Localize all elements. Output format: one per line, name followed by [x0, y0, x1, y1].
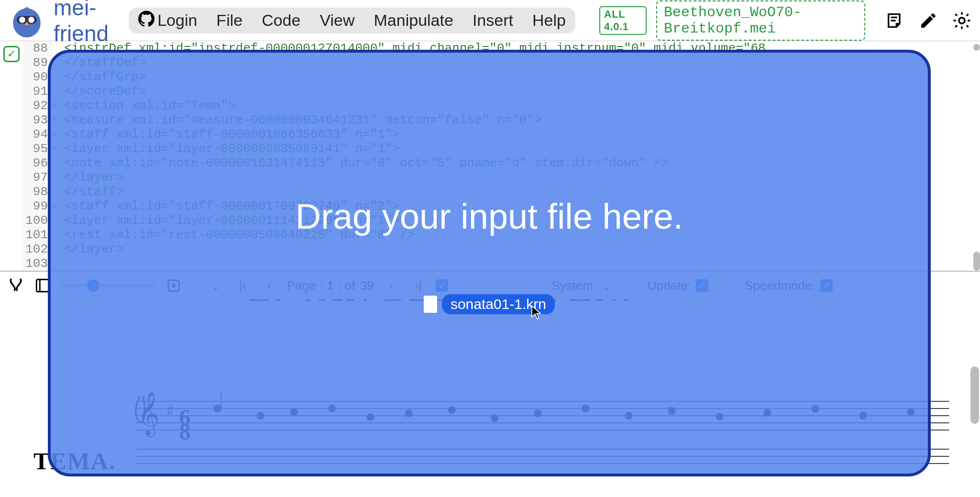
app-title: mei-friend — [54, 0, 119, 46]
drop-zone-text: Drag your input file here. — [296, 196, 683, 237]
app-logo[interactable]: mei-friend — [8, 0, 119, 46]
line-number: 92 — [23, 99, 48, 113]
line-number: 102 — [23, 242, 48, 256]
editor-scrollbar[interactable] — [973, 252, 980, 271]
owl-logo-icon — [8, 1, 46, 40]
svg-point-5 — [959, 17, 965, 23]
line-number: 98 — [23, 185, 48, 199]
line-number: 97 — [23, 170, 48, 185]
header-icon-group — [884, 10, 972, 31]
line-number: 94 — [23, 127, 48, 142]
editor-gutter: ✓ — [0, 41, 23, 271]
drop-zone-overlay[interactable]: Drag your input file here. sonata01-1.kr… — [48, 50, 931, 476]
validation-ok-icon[interactable]: ✓ — [3, 46, 20, 62]
menu-insert[interactable]: Insert — [473, 11, 513, 30]
line-number: 89 — [23, 55, 48, 70]
menu-file[interactable]: File — [216, 11, 242, 30]
menu-login-label: Login — [157, 11, 197, 30]
edit-pencil-icon[interactable] — [918, 10, 939, 31]
notation-scrollbar[interactable] — [970, 366, 979, 424]
svg-point-2 — [19, 17, 25, 23]
svg-rect-6 — [36, 279, 49, 292]
line-number: 88 — [23, 41, 48, 55]
settings-gear-icon[interactable] — [951, 10, 972, 31]
filename-badge[interactable]: Beethoven_WoO70-Breitkopf.mei — [656, 0, 865, 41]
line-number: 100 — [23, 213, 48, 228]
editor-scroll-marker[interactable] — [973, 44, 980, 51]
line-number: 99 — [23, 199, 48, 213]
annotations-icon[interactable] — [884, 10, 905, 31]
menu-view[interactable]: View — [319, 11, 354, 30]
menu-manipulate[interactable]: Manipulate — [374, 11, 453, 30]
line-number: 96 — [23, 156, 48, 170]
menu-code[interactable]: Code — [262, 11, 300, 30]
menu-login[interactable]: Login — [138, 11, 197, 31]
svg-point-3 — [28, 17, 34, 23]
line-number: 103 — [23, 256, 48, 271]
menubar: Login File Code View Manipulate Insert H… — [129, 8, 575, 33]
line-number: 101 — [23, 228, 48, 242]
line-number: 90 — [23, 70, 48, 84]
dragged-file: sonata01-1.krn — [424, 294, 555, 314]
header-bar: mei-friend Login File Code View Manipula… — [0, 0, 980, 41]
github-icon — [138, 11, 154, 31]
line-number: 95 — [23, 142, 48, 156]
file-icon — [424, 296, 437, 313]
line-number: 93 — [23, 113, 48, 127]
verovio-logo-icon[interactable] — [7, 276, 25, 295]
line-number-gutter: 888990919293949596979899100101102103 — [23, 41, 52, 271]
line-number: 91 — [23, 84, 48, 99]
menu-help[interactable]: Help — [532, 11, 566, 30]
dragged-file-name: sonata01-1.krn — [442, 294, 555, 314]
version-badge[interactable]: ALL 4.0.1 — [599, 6, 647, 35]
